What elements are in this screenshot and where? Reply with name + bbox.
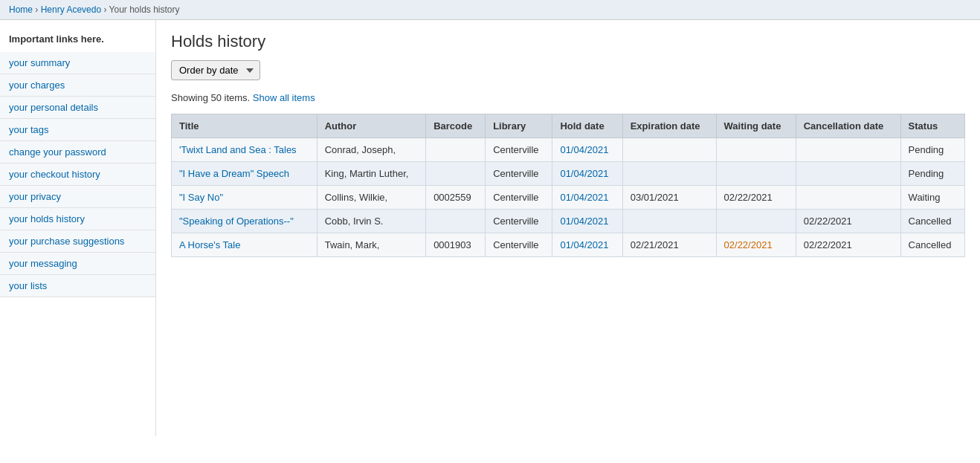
cell-title: "I Say No" [172, 186, 317, 210]
cell-author: Twain, Mark, [317, 233, 425, 257]
cell-barcode [426, 162, 486, 186]
cell-hold-date: 01/04/2021 [552, 138, 622, 162]
cell-author: Collins, Wilkie, [317, 186, 425, 210]
cell-status: Waiting [900, 186, 964, 210]
cell-expiration-date [622, 138, 716, 162]
cell-status: Pending [900, 162, 964, 186]
col-cancellation-date: Cancellation date [796, 114, 900, 138]
page-layout: Important links here. your summary your … [0, 20, 980, 436]
cell-hold-date: 01/04/2021 [552, 186, 622, 210]
cell-cancellation-date [796, 186, 900, 210]
table-row: "Speaking of Operations--"Cobb, Irvin S.… [172, 210, 965, 233]
cell-status: Pending [900, 138, 964, 162]
col-author: Author [317, 114, 425, 138]
title-link[interactable]: A Horse's Tale [179, 239, 240, 250]
col-status: Status [900, 114, 964, 138]
breadcrumb-home[interactable]: Home [9, 4, 33, 15]
page-title: Holds history [171, 32, 965, 51]
table-body: 'Twixt Land and Sea : TalesConrad, Josep… [172, 138, 965, 257]
cell-author: Conrad, Joseph, [317, 138, 425, 162]
cell-title: 'Twixt Land and Sea : Tales [172, 138, 317, 162]
cell-status: Cancelled [900, 233, 964, 257]
cell-author: Cobb, Irvin S. [317, 210, 425, 233]
sidebar-item-your-purchase-suggestions[interactable]: your purchase suggestions [0, 230, 155, 253]
cell-waiting-date: 02/22/2021 [716, 186, 796, 210]
table-row: "I Say No"Collins, Wilkie,0002559Centerv… [172, 186, 965, 210]
cell-title: "Speaking of Operations--" [172, 210, 317, 233]
showing-text: Showing 50 items. Show all items [171, 92, 965, 103]
table-header: Title Author Barcode Library Hold date E… [172, 114, 965, 138]
cell-waiting-date [716, 138, 796, 162]
sidebar-item-your-tags[interactable]: your tags [0, 119, 155, 141]
cell-waiting-date [716, 162, 796, 186]
col-barcode: Barcode [426, 114, 486, 138]
cell-library: Centerville [486, 162, 552, 186]
sidebar-item-your-lists[interactable]: your lists [0, 275, 155, 297]
cell-library: Centerville [486, 210, 552, 233]
cell-expiration-date [622, 210, 716, 233]
holds-table: Title Author Barcode Library Hold date E… [171, 114, 965, 257]
col-waiting-date: Waiting date [716, 114, 796, 138]
col-hold-date: Hold date [552, 114, 622, 138]
table-row: 'Twixt Land and Sea : TalesConrad, Josep… [172, 138, 965, 162]
breadcrumb-current: Your holds history [109, 4, 180, 15]
cell-library: Centerville [486, 186, 552, 210]
table-row: A Horse's TaleTwain, Mark,0001903Centerv… [172, 233, 965, 257]
sidebar-item-your-holds-history[interactable]: your holds history [0, 208, 155, 230]
title-link[interactable]: 'Twixt Land and Sea : Tales [179, 144, 297, 155]
cell-library: Centerville [486, 233, 552, 257]
cell-waiting-date: 02/22/2021 [716, 233, 796, 257]
title-link[interactable]: "I Have a Dream" Speech [179, 168, 289, 179]
cell-cancellation-date: 02/22/2021 [796, 210, 900, 233]
cell-expiration-date: 03/01/2021 [622, 186, 716, 210]
breadcrumb-user[interactable]: Henry Acevedo [41, 4, 101, 15]
sidebar-item-your-personal-details[interactable]: your personal details [0, 97, 155, 119]
sidebar-item-your-privacy[interactable]: your privacy [0, 186, 155, 208]
cell-author: King, Martin Luther, [317, 162, 425, 186]
sidebar-item-your-charges[interactable]: your charges [0, 74, 155, 97]
cell-cancellation-date [796, 138, 900, 162]
sidebar-item-your-summary[interactable]: your summary [0, 52, 155, 74]
col-library: Library [486, 114, 552, 138]
title-link[interactable]: "I Say No" [179, 192, 223, 203]
cell-barcode: 0001903 [426, 233, 486, 257]
cell-hold-date: 01/04/2021 [552, 233, 622, 257]
table-row: "I Have a Dream" SpeechKing, Martin Luth… [172, 162, 965, 186]
cell-library: Centerville [486, 138, 552, 162]
cell-barcode: 0002559 [426, 186, 486, 210]
order-by-control: Order by date [171, 60, 965, 86]
cell-expiration-date: 02/21/2021 [622, 233, 716, 257]
sidebar: Important links here. your summary your … [0, 20, 156, 436]
cell-hold-date: 01/04/2021 [552, 210, 622, 233]
sidebar-item-your-messaging[interactable]: your messaging [0, 253, 155, 275]
col-expiration-date: Expiration date [622, 114, 716, 138]
cell-cancellation-date: 02/22/2021 [796, 233, 900, 257]
main-content: Holds history Order by date Showing 50 i… [156, 20, 980, 436]
col-title: Title [172, 114, 317, 138]
cell-status: Cancelled [900, 210, 964, 233]
cell-title: A Horse's Tale [172, 233, 317, 257]
cell-title: "I Have a Dream" Speech [172, 162, 317, 186]
show-all-items-link[interactable]: Show all items [253, 92, 315, 103]
sidebar-title: Important links here. [0, 29, 155, 52]
cell-waiting-date [716, 210, 796, 233]
cell-barcode [426, 138, 486, 162]
cell-barcode [426, 210, 486, 233]
breadcrumb: Home › Henry Acevedo › Your holds histor… [0, 0, 980, 20]
cell-expiration-date [622, 162, 716, 186]
cell-cancellation-date [796, 162, 900, 186]
sidebar-item-change-your-password[interactable]: change your password [0, 141, 155, 163]
sidebar-item-your-checkout-history[interactable]: your checkout history [0, 163, 155, 186]
title-link[interactable]: "Speaking of Operations--" [179, 216, 294, 227]
order-by-select[interactable]: Order by date [171, 60, 260, 80]
cell-hold-date: 01/04/2021 [552, 162, 622, 186]
